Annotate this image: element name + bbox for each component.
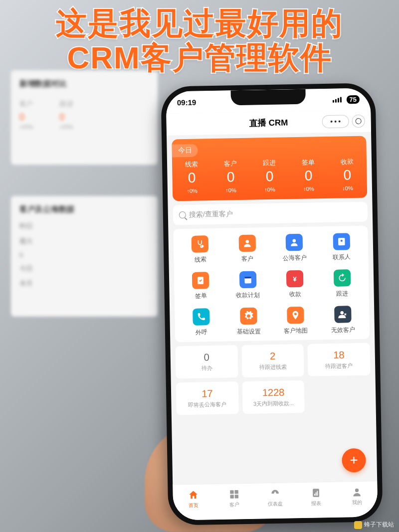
user-icon <box>351 487 362 498</box>
feature-gear[interactable]: 基础设置 <box>225 307 272 337</box>
close-button[interactable] <box>352 115 365 128</box>
features-grid: 线索客户公海客户联系人签单收款计划¥收款跟进外呼基础设置客户地图无效客户 <box>173 226 370 343</box>
task-card[interactable]: 0待办 <box>175 345 238 378</box>
contact-icon <box>333 233 350 250</box>
nav-title: 直播 CRM <box>249 117 288 129</box>
promo-headline: 这是我见过最好用的 CRM客户管理软件 <box>0 6 399 75</box>
refresh-icon <box>334 269 351 287</box>
feature-yen[interactable]: ¥收款 <box>271 270 319 299</box>
tab-report[interactable]: 报表 <box>295 482 337 512</box>
svg-point-14 <box>355 489 359 492</box>
tab-dash[interactable]: 仪表盘 <box>254 483 296 513</box>
feature-person[interactable]: 客户 <box>223 234 271 264</box>
tasks-grid: 0待办2待跟进线索18待跟进客户17即将丢公海客户12283天内到期收款... <box>175 343 371 415</box>
report-icon <box>310 487 321 498</box>
nav-bar: 直播 CRM <box>166 110 371 135</box>
tab-grid[interactable]: 客户 <box>213 484 255 514</box>
svg-rect-12 <box>235 495 238 498</box>
phone-out-icon <box>193 308 210 326</box>
status-time: 09:19 <box>177 98 197 107</box>
tab-user[interactable]: 我的 <box>336 481 378 511</box>
watermark: 蜂子下载站 <box>354 521 394 529</box>
feature-stethoscope[interactable]: 线索 <box>177 235 224 265</box>
check-doc-icon <box>192 272 209 289</box>
feature-check-doc[interactable]: 签单 <box>177 272 224 301</box>
search-input[interactable]: 搜索/查重客户 <box>173 202 368 225</box>
bee-icon <box>354 521 362 529</box>
task-card[interactable]: 17即将丢公海客户 <box>176 381 239 415</box>
bg-panel2-title: 客户及公海数据 <box>19 204 149 214</box>
svg-point-8 <box>340 311 344 315</box>
dash-icon <box>269 488 280 499</box>
svg-rect-10 <box>234 490 238 494</box>
feature-person[interactable]: 公海客户 <box>271 233 318 263</box>
svg-point-1 <box>293 239 296 242</box>
person-icon <box>286 234 303 251</box>
metric-col[interactable]: 线索0↑0% <box>172 160 211 194</box>
feature-phone-out[interactable]: 外呼 <box>178 308 225 338</box>
search-placeholder: 搜索/查重客户 <box>189 209 233 219</box>
svg-point-0 <box>245 240 249 243</box>
feature-person-x[interactable]: 无效客户 <box>319 306 367 335</box>
metric-col[interactable]: 跟进0↑0% <box>250 158 289 192</box>
bg-panel1-title: 新增数据对比 <box>19 79 149 89</box>
task-card[interactable]: 18待跟进客户 <box>308 343 371 376</box>
search-icon <box>179 211 186 218</box>
menu-button[interactable] <box>322 115 349 128</box>
svg-rect-9 <box>230 490 233 494</box>
svg-rect-6 <box>244 277 251 279</box>
tab-home[interactable]: 首页 <box>173 484 214 514</box>
svg-rect-11 <box>230 495 233 498</box>
home-icon <box>188 490 199 501</box>
phone-frame: 09:19 75 直播 CRM 今日 线索0↑0%客户0↑0%跟进0↑0%签单0… <box>161 83 383 525</box>
feature-calendar[interactable]: 收款计划 <box>224 271 271 300</box>
stethoscope-icon <box>192 235 209 253</box>
add-button[interactable]: + <box>342 448 366 473</box>
person-icon <box>238 235 256 252</box>
metric-col[interactable]: 客户0↑0% <box>211 159 250 193</box>
task-card[interactable]: 2待跟进线索 <box>241 344 304 377</box>
metric-col[interactable]: 收款0↓0% <box>328 157 367 191</box>
feature-refresh[interactable]: 跟进 <box>318 269 366 299</box>
metrics-card[interactable]: 今日 线索0↑0%客户0↑0%跟进0↑0%签单0↑0%收款0↓0% <box>172 136 367 201</box>
calendar-icon <box>239 271 257 289</box>
notch <box>231 89 306 106</box>
pin-icon <box>287 307 304 324</box>
metric-col[interactable]: 签单0↑0% <box>289 158 328 192</box>
feature-contact[interactable]: 联系人 <box>318 233 365 262</box>
task-card[interactable]: 12283天内到期收款... <box>242 380 305 414</box>
feature-pin[interactable]: 客户地图 <box>272 306 319 336</box>
battery-badge: 75 <box>346 95 360 103</box>
signal-icon <box>332 97 341 102</box>
svg-text:¥: ¥ <box>293 275 297 283</box>
tab-bar: 首页客户仪表盘报表我的 <box>173 481 378 520</box>
grid-icon <box>228 489 239 500</box>
person-x-icon <box>334 306 352 323</box>
yen-icon: ¥ <box>286 270 304 288</box>
gear-icon <box>240 308 257 325</box>
metrics-period-tag: 今日 <box>172 144 198 158</box>
phone-screen: 09:19 75 直播 CRM 今日 线索0↑0%客户0↑0%跟进0↑0%签单0… <box>166 88 378 520</box>
